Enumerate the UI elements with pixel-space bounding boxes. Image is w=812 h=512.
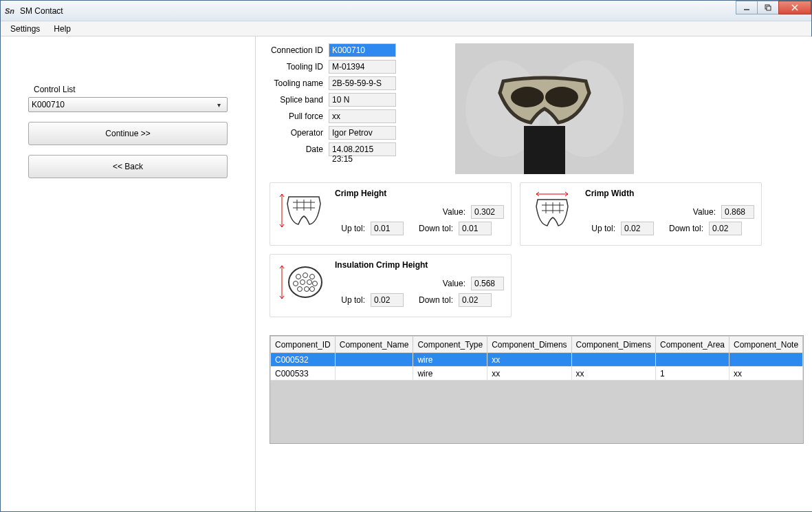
cell-type[interactable]: wire xyxy=(413,367,487,381)
th-component-dim2[interactable]: Component_Dimens xyxy=(571,337,655,353)
cw-uptol-label: Up tol: xyxy=(585,224,615,233)
cell-area[interactable]: 1 xyxy=(655,367,729,381)
th-component-dim1[interactable]: Component_Dimens xyxy=(487,337,571,353)
ich-downtol-label: Down tol: xyxy=(412,295,453,305)
cell-d1[interactable]: xx xyxy=(487,367,571,381)
connection-id-field[interactable]: K000710 xyxy=(329,43,396,57)
back-button[interactable]: << Back xyxy=(28,155,228,178)
ch-downtol-field[interactable]: 0.01 xyxy=(459,222,492,235)
tooling-id-field[interactable]: M-01394 xyxy=(329,60,396,74)
ins-crimp-height-title: Insulation Crimp Height xyxy=(335,260,504,270)
operator-field[interactable]: Igor Petrov xyxy=(329,126,396,140)
th-component-note[interactable]: Component_Note xyxy=(729,337,803,353)
crimp-width-icon xyxy=(527,189,577,233)
svg-point-26 xyxy=(296,275,301,279)
maximize-button[interactable] xyxy=(757,1,779,14)
pull-force-field[interactable]: xx xyxy=(329,109,396,123)
tooling-name-field[interactable]: 2B-59-59-9-S xyxy=(329,76,396,90)
svg-point-28 xyxy=(310,275,315,279)
cell-note[interactable] xyxy=(729,353,803,367)
cell-note[interactable]: xx xyxy=(729,367,803,381)
ch-downtol-label: Down tol: xyxy=(412,224,453,233)
th-component-area[interactable]: Component_Area xyxy=(655,337,729,353)
info-fields: Connection IDK000710 Tooling IDM-01394 T… xyxy=(270,43,407,159)
cell-name[interactable] xyxy=(335,367,413,381)
pull-force-label: Pull force xyxy=(270,111,329,121)
cw-value-field[interactable]: 0.868 xyxy=(721,205,754,219)
cw-value-label: Value: xyxy=(674,207,716,217)
cw-downtol-field[interactable]: 0.02 xyxy=(709,222,742,235)
insulation-crimp-height-icon xyxy=(277,260,327,304)
date-field[interactable]: 14.08.2015 23:15 xyxy=(329,142,396,156)
table-header-row: Component_ID Component_Name Component_Ty… xyxy=(271,337,803,353)
th-component-name[interactable]: Component_Name xyxy=(335,337,413,353)
ich-value-field[interactable]: 0.568 xyxy=(471,277,504,290)
cell-type[interactable]: wire xyxy=(413,353,487,367)
titlebar[interactable]: Sn SM Contact xyxy=(1,1,811,21)
th-component-id[interactable]: Component_ID xyxy=(271,337,336,353)
splice-band-label: Splice band xyxy=(270,95,329,105)
menubar: Settings Help xyxy=(1,21,811,36)
tooling-name-label: Tooling name xyxy=(270,78,329,88)
operator-label: Operator xyxy=(270,128,329,138)
splice-band-field[interactable]: 10 N xyxy=(329,93,396,107)
insulation-crimp-height-panel: Insulation Crimp Height Value: 0.568 Up … xyxy=(270,254,512,317)
ich-uptol-field[interactable]: 0.02 xyxy=(371,293,404,307)
close-button[interactable] xyxy=(778,1,811,14)
svg-point-32 xyxy=(313,281,318,286)
svg-point-35 xyxy=(310,287,315,292)
cell-id[interactable]: C000533 xyxy=(271,367,336,381)
info-block: Connection IDK000710 Tooling IDM-01394 T… xyxy=(270,43,804,174)
right-panel: Connection IDK000710 Tooling IDM-01394 T… xyxy=(256,36,812,511)
cell-d1[interactable]: xx xyxy=(487,353,571,367)
control-list-dropdown[interactable]: K000710 ▾ xyxy=(28,97,228,112)
menu-help[interactable]: Help xyxy=(47,23,78,35)
cell-area[interactable] xyxy=(655,353,729,367)
cell-name[interactable] xyxy=(335,353,413,367)
control-list-label: Control List xyxy=(34,85,228,94)
crimp-height-title: Crimp Height xyxy=(335,189,504,198)
ich-value-label: Value: xyxy=(424,279,465,288)
cell-d2[interactable]: xx xyxy=(571,367,655,381)
components-table[interactable]: Component_ID Component_Name Component_Ty… xyxy=(270,336,803,381)
svg-point-10 xyxy=(511,87,544,107)
connection-id-label: Connection ID xyxy=(270,45,329,55)
tooling-id-label: Tooling ID xyxy=(270,62,329,72)
ich-uptol-label: Up tol: xyxy=(335,295,365,305)
crimp-width-title: Crimp Width xyxy=(585,189,754,198)
svg-point-29 xyxy=(294,281,298,286)
svg-text:Sn: Sn xyxy=(5,7,14,15)
crimp-photo xyxy=(455,43,634,174)
crimp-height-icon xyxy=(277,189,327,233)
svg-point-34 xyxy=(305,287,309,292)
ch-value-label: Value: xyxy=(424,207,465,217)
ch-value-field[interactable]: 0.302 xyxy=(471,205,504,219)
menu-settings[interactable]: Settings xyxy=(3,23,47,35)
cell-id[interactable]: C000532 xyxy=(271,353,336,367)
ch-uptol-label: Up tol: xyxy=(335,224,365,233)
cw-uptol-field[interactable]: 0.02 xyxy=(621,222,654,235)
svg-point-33 xyxy=(298,287,303,292)
table-row[interactable]: C000533 wire xx xx 1 xx xyxy=(271,367,803,381)
svg-point-30 xyxy=(300,280,305,285)
app-icon: Sn xyxy=(5,6,16,17)
date-label: Date xyxy=(270,145,329,154)
left-panel: Control List K000710 ▾ Continue >> << Ba… xyxy=(1,36,256,511)
svg-rect-9 xyxy=(524,126,565,174)
th-component-type[interactable]: Component_Type xyxy=(413,337,487,353)
app-window: Sn SM Contact Settings Help Control List… xyxy=(0,0,812,512)
ich-downtol-field[interactable]: 0.02 xyxy=(459,293,492,307)
svg-point-11 xyxy=(545,87,578,107)
chevron-down-icon: ▾ xyxy=(213,101,224,109)
components-table-wrap[interactable]: Component_ID Component_Name Component_Ty… xyxy=(270,335,804,444)
svg-point-31 xyxy=(307,280,312,285)
ch-uptol-field[interactable]: 0.01 xyxy=(371,222,404,235)
continue-button[interactable]: Continue >> xyxy=(28,122,228,145)
window-controls xyxy=(736,1,811,14)
measurement-panels: Crimp Height Value: 0.302 Up tol: 0.01 D xyxy=(270,182,804,317)
window-title: SM Contact xyxy=(20,6,63,16)
svg-point-27 xyxy=(303,273,308,278)
cell-d2[interactable] xyxy=(571,353,655,367)
table-row[interactable]: C000532 wire xx xyxy=(271,353,803,367)
minimize-button[interactable] xyxy=(736,1,758,14)
